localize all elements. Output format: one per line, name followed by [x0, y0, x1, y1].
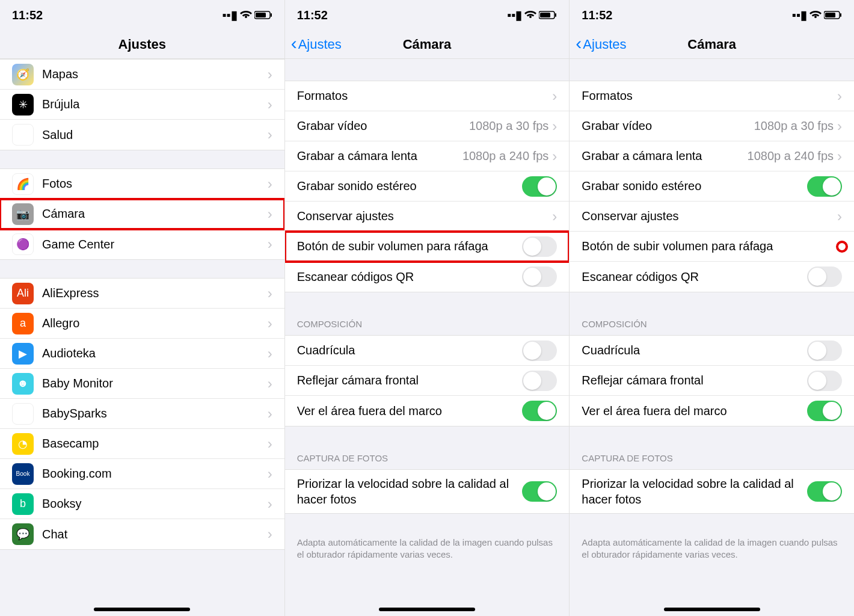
chevron-right-icon: › — [268, 436, 272, 452]
nav-bar: Ajustes — [0, 30, 284, 59]
settings-item-aliexpress[interactable]: AliAliExpress› — [0, 279, 284, 309]
svg-rect-5 — [555, 13, 556, 17]
settings-item-camara[interactable]: 📷 Cámara › — [0, 199, 284, 229]
chevron-right-icon: › — [268, 345, 272, 362]
row-conservar[interactable]: Conservar ajustes› — [570, 202, 854, 232]
row-formatos[interactable]: Formatos› — [570, 81, 854, 111]
svg-rect-8 — [840, 13, 841, 17]
slow-value: 1080p a 240 fps — [748, 149, 834, 163]
toggle-burst-highlight — [838, 243, 846, 250]
status-time: 11:52 — [582, 8, 612, 22]
status-icons: ▪▪▮ — [792, 8, 842, 22]
settings-screen: 11:52 ▪▪▮ Ajustes 🧭 Mapas › — [0, 0, 285, 616]
battery-icon — [824, 8, 842, 22]
row-rafaga: Botón de subir volumen para ráfaga — [285, 232, 570, 262]
row-cuadricula: Cuadrícula — [570, 336, 854, 366]
chevron-left-icon: ‹ — [291, 34, 297, 52]
photos-icon: 🌈 — [12, 173, 34, 195]
slow-value: 1080p a 240 fps — [462, 149, 548, 163]
header-captura: Captura de fotos — [285, 445, 570, 469]
row-mirror: Reflejar cámara frontal — [570, 366, 854, 396]
settings-item-chat[interactable]: 💬Chat› — [0, 519, 284, 549]
svg-rect-7 — [825, 13, 835, 17]
settings-item-mapas[interactable]: 🧭 Mapas › — [0, 60, 284, 90]
home-indicator[interactable] — [664, 608, 760, 611]
back-button[interactable]: ‹ Ajustes — [291, 30, 342, 58]
row-sonido-estereo: Grabar sonido estéreo — [570, 171, 854, 202]
toggle-grid[interactable] — [807, 340, 842, 361]
toggle-outside[interactable] — [522, 401, 557, 421]
camera-icon: 📷 — [12, 203, 34, 225]
toggle-prior[interactable] — [807, 481, 842, 502]
settings-item-babymonitor[interactable]: ☻Baby Monitor› — [0, 369, 284, 399]
settings-item-basecamp[interactable]: ◔Basecamp› — [0, 429, 284, 459]
settings-item-fotos[interactable]: 🌈 Fotos › — [0, 169, 284, 199]
toggle-grid[interactable] — [522, 340, 557, 361]
footer-text: Adapta automáticamente la calidad de la … — [285, 532, 570, 572]
audioteka-icon: ▶ — [12, 343, 34, 365]
back-label: Ajustes — [298, 37, 342, 52]
settings-item-salud[interactable]: ♥ Salud › — [0, 120, 284, 150]
chevron-right-icon: › — [837, 208, 842, 225]
battery-icon — [539, 8, 557, 22]
row-grabar-video[interactable]: Grabar vídeo1080p a 30 fps› — [570, 111, 854, 141]
chevron-right-icon: › — [268, 285, 272, 302]
settings-item-gamecenter[interactable]: 🟣 Game Center › — [0, 229, 284, 259]
home-indicator[interactable] — [94, 608, 190, 611]
page-title: Cámara — [403, 37, 452, 52]
status-icons: ▪▪▮ — [507, 8, 557, 22]
back-label: Ajustes — [583, 37, 626, 52]
settings-item-allegro[interactable]: aAllegro› — [0, 309, 284, 339]
toggle-mirror[interactable] — [522, 371, 557, 391]
chevron-right-icon: › — [268, 66, 272, 83]
video-value: 1080p a 30 fps — [754, 119, 834, 133]
row-mirror: Reflejar cámara frontal — [285, 366, 570, 396]
settings-item-babysparks[interactable]: ☺BabySparks› — [0, 399, 284, 429]
chevron-right-icon: › — [552, 88, 557, 105]
row-formatos[interactable]: Formatos› — [285, 81, 570, 111]
settings-item-booking[interactable]: BookBooking.com› — [0, 459, 284, 489]
maps-icon: 🧭 — [12, 64, 34, 85]
footer-text: Adapta automáticamente la calidad de la … — [570, 532, 854, 572]
toggle-stereo[interactable] — [522, 176, 557, 197]
video-value: 1080p a 30 fps — [469, 119, 548, 133]
settings-item-brujula[interactable]: ✳︎ Brújula › — [0, 90, 284, 120]
chevron-right-icon: › — [268, 526, 272, 543]
settings-item-audioteka[interactable]: ▶Audioteka› — [0, 339, 284, 369]
booking-icon: Book — [12, 463, 34, 485]
basecamp-icon: ◔ — [12, 433, 34, 455]
chevron-right-icon: › — [837, 88, 842, 105]
header-composicion: Composición — [285, 310, 570, 335]
chevron-right-icon: › — [552, 208, 557, 225]
row-conservar[interactable]: Conservar ajustes› — [285, 202, 570, 232]
chevron-left-icon: ‹ — [576, 34, 582, 52]
toggle-qr[interactable] — [522, 266, 557, 287]
wifi-icon — [240, 8, 252, 22]
chat-icon: 💬 — [12, 523, 34, 545]
toggle-stereo[interactable] — [807, 176, 842, 197]
row-camara-lenta[interactable]: Grabar a cámara lenta1080p a 240 fps› — [570, 141, 854, 171]
row-cuadricula: Cuadrícula — [285, 336, 570, 366]
allegro-icon: a — [12, 313, 34, 334]
row-grabar-video[interactable]: Grabar vídeo1080p a 30 fps› — [285, 111, 570, 141]
toggle-burst[interactable] — [522, 236, 557, 257]
chevron-right-icon: › — [837, 148, 842, 165]
row-camara-lenta[interactable]: Grabar a cámara lenta1080p a 240 fps› — [285, 141, 570, 171]
row-sonido-estereo: Grabar sonido estéreo — [285, 171, 570, 202]
toggle-outside[interactable] — [807, 401, 842, 421]
svg-rect-2 — [271, 13, 272, 17]
chevron-right-icon: › — [268, 466, 272, 482]
gamecenter-icon: 🟣 — [12, 233, 34, 255]
settings-item-booksy[interactable]: bBooksy› — [0, 489, 284, 519]
toggle-mirror[interactable] — [807, 371, 842, 391]
status-bar: 11:52 ▪▪▮ — [285, 0, 570, 30]
aliexpress-icon: Ali — [12, 283, 34, 304]
home-indicator[interactable] — [379, 608, 475, 611]
compass-icon: ✳︎ — [12, 94, 34, 116]
signal-icon: ▪▪▮ — [792, 8, 807, 22]
back-button[interactable]: ‹ Ajustes — [576, 30, 626, 58]
row-outside: Ver el área fuera del marco — [570, 396, 854, 426]
toggle-qr[interactable] — [807, 266, 842, 287]
toggle-prior[interactable] — [522, 481, 557, 502]
chevron-right-icon: › — [268, 126, 272, 143]
